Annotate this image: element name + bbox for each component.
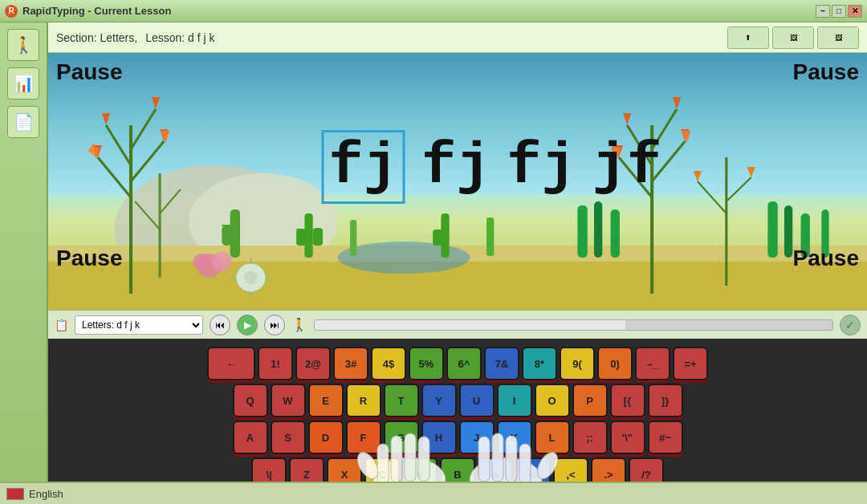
key-quote[interactable]: '\": [610, 421, 645, 454]
svg-rect-42: [296, 230, 306, 246]
pause-bottom-left: Pause: [56, 246, 123, 271]
svg-rect-48: [433, 230, 442, 246]
title-bar-left: R RapidTyping - Current Lesson: [5, 5, 171, 18]
walker-indicator: 🚶: [291, 317, 307, 332]
svg-rect-50: [577, 205, 587, 258]
svg-rect-74: [492, 433, 503, 482]
svg-rect-67: [377, 444, 389, 484]
app-icon: R: [5, 5, 18, 18]
key-0[interactable]: 0): [597, 347, 633, 380]
document-icon: 📄: [14, 112, 34, 132]
svg-rect-68: [391, 436, 402, 482]
svg-point-61: [244, 271, 257, 284]
language-label: English: [29, 488, 63, 500]
sidebar: 🚶 📊 📄: [0, 22, 48, 504]
svg-point-58: [212, 252, 232, 271]
progress-fill: [315, 320, 625, 330]
key-6[interactable]: 6^: [446, 347, 482, 380]
key-1[interactable]: 1!: [258, 347, 293, 380]
svg-point-59: [193, 254, 210, 270]
pause-top-left: Pause: [56, 59, 123, 85]
svg-rect-76: [519, 444, 531, 484]
play-button[interactable]: ▶: [237, 315, 258, 335]
svg-rect-69: [405, 433, 416, 482]
typing-display: fj fj fj jf: [322, 130, 662, 204]
title-bar: R RapidTyping - Current Lesson – □ ✕: [0, 0, 867, 22]
sidebar-item-graph[interactable]: 📊: [7, 67, 39, 100]
key-dash[interactable]: –_: [635, 347, 670, 380]
window-title: RapidTyping - Current Lesson: [22, 5, 171, 17]
svg-rect-2: [48, 246, 867, 310]
check-button[interactable]: ✓: [840, 315, 861, 335]
key-s[interactable]: S: [271, 421, 306, 454]
svg-rect-49: [486, 217, 494, 256]
svg-rect-70: [418, 437, 429, 482]
taskbar: English: [0, 482, 867, 504]
key-backslash[interactable]: ←: [207, 347, 255, 380]
key-w[interactable]: W: [271, 384, 306, 417]
pause-top-right: Pause: [793, 59, 860, 85]
walker-icon: 🚶: [14, 35, 34, 55]
svg-rect-53: [767, 201, 777, 258]
key-4[interactable]: 4$: [371, 347, 406, 380]
key-5[interactable]: 5%: [409, 347, 444, 380]
key-7[interactable]: 7&: [484, 347, 519, 380]
flag-icon: [6, 488, 24, 500]
typing-word-3: fj: [507, 134, 576, 200]
svg-rect-44: [313, 228, 323, 246]
prev-button[interactable]: ⏮: [210, 315, 230, 335]
section-label: Section: Letters,: [56, 31, 137, 44]
typing-word-2: fj: [421, 134, 490, 200]
pause-bottom-right: Pause: [793, 246, 860, 271]
toolbar-btn-3[interactable]: 🖼: [817, 26, 859, 49]
sidebar-item-document[interactable]: 📄: [7, 106, 39, 138]
close-button[interactable]: ✕: [848, 5, 862, 18]
typing-word-1: fj: [322, 130, 405, 204]
next-button[interactable]: ⏭: [264, 315, 285, 335]
lesson-icon: 📋: [55, 319, 68, 331]
toolbar: Section: Letters, Lesson: d f j k ⬆ 🖼 🖼: [48, 22, 867, 53]
svg-line-19: [135, 201, 160, 230]
key-lbracket[interactable]: [{: [610, 384, 645, 417]
sidebar-item-walker[interactable]: 🚶: [7, 29, 39, 61]
key-hash[interactable]: #~: [648, 421, 683, 454]
window-controls[interactable]: – □ ✕: [816, 5, 862, 18]
toolbar-btn-2[interactable]: 🖼: [772, 26, 814, 49]
key-rbracket[interactable]: ]}: [648, 384, 683, 417]
key-a[interactable]: A: [233, 421, 268, 454]
key-2[interactable]: 2@: [295, 347, 331, 380]
svg-rect-39: [222, 226, 231, 246]
svg-point-57: [197, 254, 222, 278]
toolbar-btn-1[interactable]: ⬆: [727, 26, 769, 49]
typing-word-4: jf: [592, 134, 661, 200]
scene-area: Pause Pause Pause Pause fj fj fj jf: [48, 53, 867, 310]
control-bar: 📋 Letters: d f j k ⏮ ▶ ⏭ 🚶 ✓: [48, 310, 867, 339]
svg-rect-38: [230, 209, 240, 258]
svg-point-4: [338, 242, 470, 274]
lesson-label: Lesson: d f j k: [145, 31, 214, 44]
keyboard-area: ← 1! 2@ 3# 4$ 5% 6^ 7& 8* 9( 0) –_ =+ Q: [48, 339, 867, 504]
key-8[interactable]: 8*: [522, 347, 557, 380]
toolbar-right: ⬆ 🖼 🖼: [727, 26, 859, 49]
key-3[interactable]: 3#: [333, 347, 368, 380]
svg-rect-73: [478, 437, 490, 482]
svg-point-60: [236, 263, 266, 292]
minimize-button[interactable]: –: [816, 5, 830, 18]
svg-rect-54: [784, 205, 792, 258]
svg-rect-46: [350, 220, 356, 256]
svg-rect-52: [611, 209, 620, 258]
key-9[interactable]: 9(: [560, 347, 595, 380]
graph-icon: 📊: [14, 74, 34, 93]
key-row-0: ← 1! 2@ 3# 4$ 5% 6^ 7& 8* 9( 0) –_ =+: [217, 347, 698, 380]
progress-bar[interactable]: [314, 319, 833, 331]
lesson-select[interactable]: Letters: d f j k: [75, 315, 203, 335]
svg-rect-3: [48, 262, 867, 310]
key-q[interactable]: Q: [233, 384, 268, 417]
maximize-button[interactable]: □: [832, 5, 846, 18]
svg-rect-47: [441, 213, 449, 258]
main-content: Section: Letters, Lesson: d f j k ⬆ 🖼 🖼: [48, 22, 867, 504]
svg-rect-41: [304, 213, 312, 258]
svg-rect-75: [506, 436, 517, 482]
key-equals[interactable]: =+: [673, 347, 708, 380]
svg-rect-51: [594, 201, 602, 258]
